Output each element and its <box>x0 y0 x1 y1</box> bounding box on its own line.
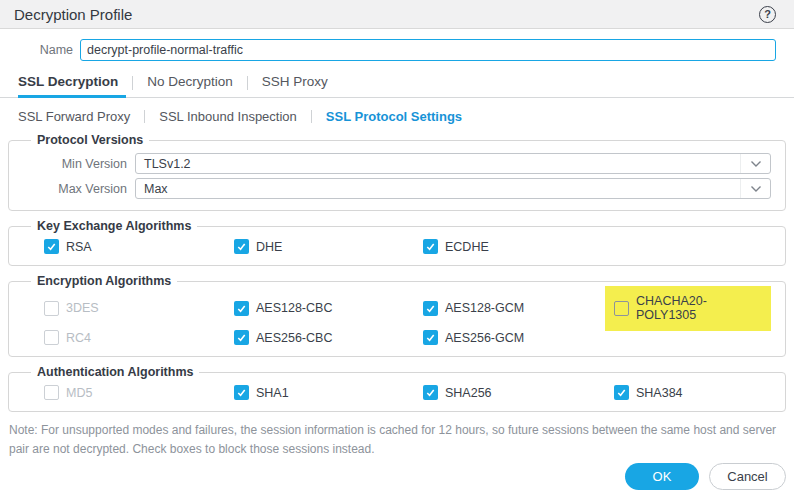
checkbox-chacha20-poly1305[interactable]: CHACHA20-POLY1305 <box>605 286 771 331</box>
max-version-value: Max <box>144 182 168 196</box>
chevron-down-icon <box>740 179 770 198</box>
checkbox-checked-icon <box>614 385 629 400</box>
authentication-legend: Authentication Algorithms <box>31 365 199 379</box>
subtab-ssl-protocol-settings[interactable]: SSL Protocol Settings <box>312 109 476 124</box>
checkbox-unchecked-icon <box>614 301 629 316</box>
checkbox-aes128-cbc[interactable]: AES128-CBC <box>234 294 423 322</box>
checkbox-ecdhe[interactable]: ECDHE <box>423 239 614 254</box>
checkbox-rc4: RC4 <box>44 330 234 345</box>
max-version-label: Max Version <box>23 182 135 196</box>
subtab-ssl-forward-proxy[interactable]: SSL Forward Proxy <box>18 109 144 124</box>
subtab-ssl-inbound-inspection[interactable]: SSL Inbound Inspection <box>145 109 311 124</box>
chevron-down-icon <box>740 154 770 173</box>
subtab-bar: SSL Forward Proxy SSL Inbound Inspection… <box>18 107 794 125</box>
key-exchange-group: Key Exchange Algorithms RSA DHE ECDHE <box>8 219 786 266</box>
checkbox-checked-icon <box>234 330 249 345</box>
max-version-select[interactable]: Max <box>135 178 771 199</box>
checkbox-unchecked-icon <box>44 330 59 345</box>
checkbox-unchecked-icon <box>44 301 59 316</box>
protocol-versions-legend: Protocol Versions <box>31 133 149 147</box>
checkbox-checked-icon <box>423 301 438 316</box>
checkbox-unchecked-icon <box>44 385 59 400</box>
checkbox-3des: 3DES <box>44 294 234 322</box>
checkbox-checked-icon <box>423 330 438 345</box>
tab-ssh-proxy[interactable]: SSH Proxy <box>248 74 342 97</box>
checkbox-md5: MD5 <box>44 385 234 400</box>
checkbox-checked-icon <box>234 385 249 400</box>
checkbox-checked-icon <box>234 239 249 254</box>
checkbox-sha1[interactable]: SHA1 <box>234 385 423 400</box>
checkbox-aes256-gcm[interactable]: AES256-GCM <box>423 330 614 345</box>
protocol-versions-group: Protocol Versions Min Version TLSv1.2 Ma… <box>8 133 786 211</box>
min-version-row: Min Version TLSv1.2 <box>23 153 771 174</box>
checkbox-aes256-cbc[interactable]: AES256-CBC <box>234 330 423 345</box>
key-exchange-legend: Key Exchange Algorithms <box>31 219 197 233</box>
checkbox-aes128-gcm[interactable]: AES128-GCM <box>423 294 614 322</box>
name-input[interactable] <box>80 39 776 61</box>
name-row: Name <box>0 39 776 61</box>
name-label: Name <box>0 43 80 57</box>
dialog-footer: OK Cancel <box>625 463 786 490</box>
checkbox-sha256[interactable]: SHA256 <box>423 385 614 400</box>
checkbox-checked-icon <box>44 239 59 254</box>
checkbox-dhe[interactable]: DHE <box>234 239 423 254</box>
checkbox-sha384[interactable]: SHA384 <box>614 385 771 400</box>
encryption-legend: Encryption Algorithms <box>31 274 177 288</box>
checkbox-checked-icon <box>423 385 438 400</box>
checkbox-checked-icon <box>423 239 438 254</box>
cancel-button[interactable]: Cancel <box>709 463 786 490</box>
footnote-text: Note: For unsupported modes and failures… <box>9 421 780 458</box>
help-icon[interactable]: ? <box>759 6 776 23</box>
authentication-group: Authentication Algorithms MD5 SHA1 SHA25… <box>8 365 786 412</box>
ok-button[interactable]: OK <box>625 463 699 490</box>
tab-no-decryption[interactable]: No Decryption <box>133 74 247 97</box>
dialog-titlebar: Decryption Profile ? <box>0 0 794 29</box>
encryption-grid: 3DES AES128-CBC AES128-GCM CHACHA20-POLY… <box>23 294 771 345</box>
authentication-grid: MD5 SHA1 SHA256 SHA384 <box>23 385 771 400</box>
key-exchange-grid: RSA DHE ECDHE <box>23 239 771 254</box>
min-version-select[interactable]: TLSv1.2 <box>135 153 771 174</box>
encryption-group: Encryption Algorithms 3DES AES128-CBC AE… <box>8 274 786 357</box>
tab-ssl-decryption[interactable]: SSL Decryption <box>18 74 132 97</box>
checkbox-rsa[interactable]: RSA <box>44 239 234 254</box>
max-version-row: Max Version Max <box>23 178 771 199</box>
min-version-value: TLSv1.2 <box>144 157 191 171</box>
checkbox-checked-icon <box>234 301 249 316</box>
page-title: Decryption Profile <box>14 6 132 23</box>
tab-bar: SSL Decryption No Decryption SSH Proxy <box>0 72 794 98</box>
min-version-label: Min Version <box>23 157 135 171</box>
